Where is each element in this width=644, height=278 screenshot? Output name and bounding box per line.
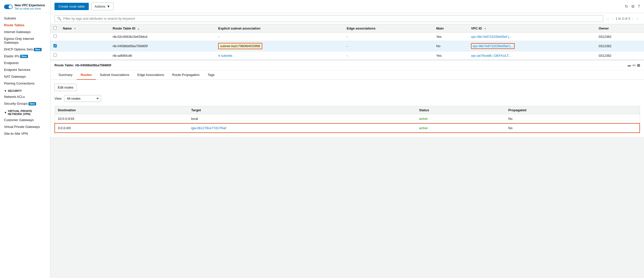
column-edge-associations[interactable]: Edge associations (344, 24, 433, 33)
filter-right: ⟨⟨ ⟨ 1 to 3 of 3 ⟩ ⟩⟩ (606, 16, 640, 21)
table-row[interactable]: rtb-ad690cd6 4 subnets - Yes vpc-ae76ced… (50, 51, 644, 60)
pagination-first-button[interactable]: ⟨⟨ (606, 16, 610, 21)
view-select[interactable]: All routes Local routes Propagated route… (64, 95, 101, 102)
sidebar-item-virtual-private-gateways[interactable]: Virtual Private Gateways (0, 123, 50, 130)
column-name[interactable]: Name ▼ (60, 24, 110, 33)
row2-checkbox-cell[interactable] (50, 41, 60, 51)
sidebar-item-security-groups[interactable]: Security Groups New (0, 100, 50, 107)
sidebar-item-route-tables[interactable]: Route Tables (0, 22, 50, 29)
sort-icon-rtid: ▲ (137, 27, 140, 30)
row2-name (60, 41, 110, 51)
new-vpc-toggle[interactable]: New VPC Experience Tell us what you thin… (4, 4, 46, 10)
route1-target: local (188, 114, 416, 124)
edit-routes-button[interactable]: Edit routes (54, 84, 77, 91)
sidebar-section-security: ▼ SECURITY (0, 87, 50, 93)
table-row[interactable]: rtb-04588dd5ba756865f subnet-0a2c7980fd4… (50, 41, 644, 51)
sidebar-item-peering-connections[interactable]: Peering Connections (0, 80, 50, 87)
row3-vpc-id[interactable]: vpc-ae76ced6 | DEFAULT... (468, 51, 596, 60)
row2-edge-associations: - (344, 41, 433, 51)
tab-tags[interactable]: Tags (203, 70, 218, 80)
detail-title: Route Table: rtb-04588dd5ba756865f (54, 63, 111, 67)
toggle-switch[interactable] (4, 5, 13, 9)
route2-destination: 0.0.0.0/0 (55, 123, 188, 133)
detail-view-icons: ▬ ▭ ▤ (628, 63, 640, 67)
column-explicit-subnet[interactable]: Explicit subnet association (215, 24, 344, 33)
panel-view-icon-1[interactable]: ▬ (628, 63, 631, 67)
create-route-table-button[interactable]: Create route table (54, 3, 89, 10)
settings-icon[interactable]: ⚙ (631, 4, 635, 9)
sidebar: New VPC Experience Tell us what you thin… (0, 0, 50, 278)
row1-vpc-id[interactable]: vpc-06c7e6710155e55ef |... (468, 33, 596, 41)
refresh-icon[interactable]: ↻ (625, 4, 628, 9)
row2-vpc-id[interactable]: vpc-06c7e6710155e55ef |... (468, 41, 596, 51)
sidebar-item-site-to-site-vpn[interactable]: Site-to-Site VPN (0, 130, 50, 137)
sidebar-item-internet-gateways[interactable]: Internet Gateways (0, 29, 50, 35)
row3-explicit-subnet[interactable]: 4 subnets (215, 51, 344, 60)
column-checkbox[interactable] (50, 24, 60, 33)
route-row-2[interactable]: 0.0.0.0/0 igw-0b1278ce77d17f4af active N… (55, 123, 640, 133)
panel-view-icon-3[interactable]: ▤ (637, 63, 640, 67)
column-owner[interactable]: Owner (596, 24, 644, 33)
actions-chevron-icon: ▼ (107, 5, 110, 8)
vpc-highlight: vpc-06c7e6710155e55ef |... (471, 43, 515, 49)
row3-route-table-id: rtb-ad690cd6 (110, 51, 215, 60)
pagination-next-button[interactable]: ⟩ (631, 16, 634, 21)
panel-view-icon-2[interactable]: ▭ (632, 63, 635, 67)
routes-table: Destination Target Status Propagated 10.… (54, 106, 640, 133)
sidebar-item-egress-only-internet-gateways[interactable]: Egress Only Internet Gateways (0, 35, 50, 46)
column-vpc-id[interactable]: VPC ID ▼ (468, 24, 596, 33)
toolbar: Create route table Actions ▼ ↻ ⚙ ? (50, 0, 644, 13)
sidebar-item-elastic-ips[interactable]: Elastic IPs New (0, 53, 50, 60)
row1-main: Yes (433, 33, 468, 41)
tab-route-propagation[interactable]: Route Propagation (168, 70, 203, 80)
actions-button[interactable]: Actions ▼ (91, 3, 113, 10)
view-label: View (54, 97, 62, 100)
route1-destination: 10.0.0.0/16 (55, 114, 188, 124)
row1-checkbox[interactable] (53, 35, 57, 38)
badge-new-dhcp: New (34, 48, 42, 51)
sort-icon-vpc: ▼ (484, 27, 486, 30)
row3-checkbox[interactable] (53, 53, 57, 57)
sidebar-item-customer-gateways[interactable]: Customer Gateways (0, 117, 50, 123)
row3-main: Yes (433, 51, 468, 60)
view-row: View All routes Local routes Propagated … (54, 95, 640, 102)
route1-status: active (416, 114, 505, 124)
route1-propagated: No (505, 114, 640, 124)
search-input[interactable] (63, 17, 600, 20)
row3-edge-associations: - (344, 51, 433, 60)
route-row-1[interactable]: 10.0.0.0/16 local active No (55, 114, 640, 124)
row1-owner: 0312382 (596, 33, 644, 41)
sidebar-header-link[interactable]: Tell us what you think (15, 7, 45, 10)
badge-new-elastic: New (20, 55, 28, 58)
table-row[interactable]: rtb-02c4563b15ef29dcd - - Yes vpc-06c7e6… (50, 33, 644, 41)
tab-routes[interactable]: Routes (77, 70, 96, 80)
routes-panel: Edit routes View All routes Local routes… (50, 80, 644, 137)
route-tables-table: Name ▼ Route Table ID ▲ Explicit subnet … (50, 24, 644, 60)
tab-subnet-associations[interactable]: Subnet Associations (96, 70, 133, 80)
sidebar-section-vpn: ▼ VIRTUAL PRIVATE NETWORK (VPN) (0, 107, 50, 117)
select-all-checkbox[interactable] (53, 26, 57, 30)
row1-checkbox-cell[interactable] (50, 33, 60, 41)
sidebar-item-subnets[interactable]: Subnets (0, 15, 50, 22)
row2-main: No (433, 41, 468, 51)
row2-checkbox[interactable] (53, 44, 57, 47)
pagination-last-button[interactable]: ⟩⟩ (635, 16, 640, 21)
sort-icon-name: ▼ (74, 27, 76, 30)
sidebar-item-nat-gateways[interactable]: NAT Gateways (0, 73, 50, 80)
sidebar-item-network-acls[interactable]: Network ACLs (0, 93, 50, 100)
pagination-prev-button[interactable]: ⟨ (611, 16, 614, 21)
column-route-table-id[interactable]: Route Table ID ▲ (110, 24, 215, 33)
route2-target[interactable]: igw-0b1278ce77d17f4af (188, 123, 416, 133)
column-main[interactable]: Main (433, 24, 468, 33)
subnet-highlight: subnet-0a2c7980fd4533f98 (218, 43, 262, 49)
route2-propagated: No (505, 123, 640, 133)
tab-summary[interactable]: Summary (54, 70, 77, 80)
sidebar-item-endpoint-services[interactable]: Endpoint Services (0, 66, 50, 73)
help-icon[interactable]: ? (638, 4, 640, 9)
row1-route-table-id: rtb-02c4563b15ef29dcd (110, 33, 215, 41)
row3-name (60, 51, 110, 60)
sidebar-item-dhcp-options-sets[interactable]: DHCP Options Sets New (0, 46, 50, 53)
tab-edge-associations[interactable]: Edge Associations (133, 70, 168, 80)
row3-checkbox-cell[interactable] (50, 51, 60, 60)
sidebar-item-endpoints[interactable]: Endpoints (0, 60, 50, 66)
